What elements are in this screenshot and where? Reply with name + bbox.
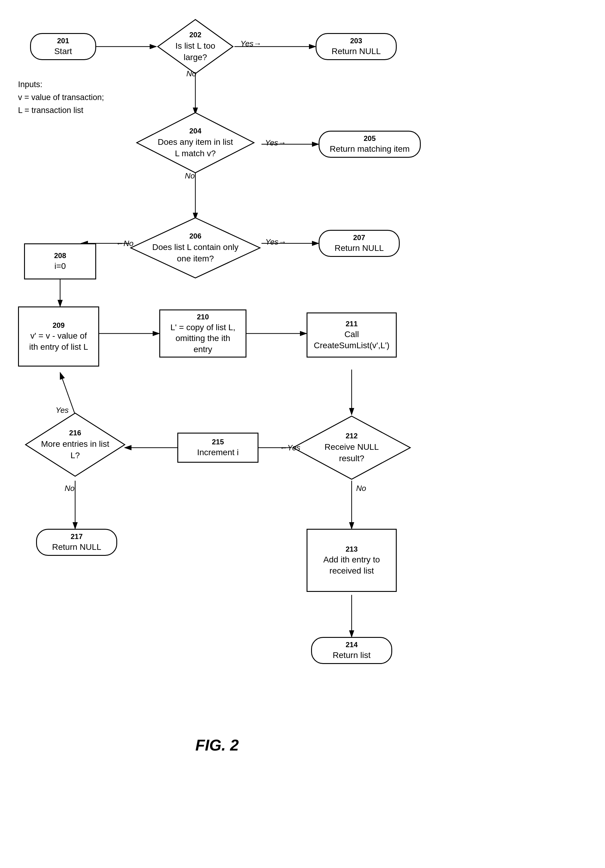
- arrow-label-212-yes: ←Yes: [279, 443, 300, 453]
- node-212: 212 Receive NULL result?: [292, 415, 412, 481]
- arrow-label-216-no: No: [65, 484, 74, 493]
- inputs-line1: v = value of transaction;: [18, 91, 104, 104]
- fig-label: FIG. 2: [195, 736, 239, 754]
- node-205: 205 Return matching item: [319, 131, 421, 158]
- inputs-block: Inputs: v = value of transaction; L = tr…: [18, 78, 104, 117]
- node-216: 216 More entries in list L?: [24, 412, 126, 478]
- inputs-title: Inputs:: [18, 78, 104, 91]
- node-201: 201 Start: [30, 33, 96, 60]
- node-204: 204 Does any item in list L match v?: [135, 111, 256, 174]
- node-213: 213 Add ith entry to received list: [307, 529, 397, 592]
- arrow-label-202-yes: Yes→: [240, 39, 261, 48]
- node-207: 207 Return NULL: [319, 230, 400, 257]
- inputs-line2: L = transaction list: [18, 104, 104, 117]
- arrow-label-216-yes: Yes: [56, 406, 68, 415]
- node-208: 208 i=0: [24, 243, 96, 279]
- node-209: 209 v' = v - value of ith entry of list …: [18, 307, 99, 367]
- arrow-label-212-no: No: [356, 484, 366, 493]
- arrow-label-204-no: No: [185, 171, 195, 181]
- node-203: 203 Return NULL: [316, 33, 397, 60]
- node-202: 202 Is list L too large?: [156, 18, 234, 75]
- node-215: 215 Increment i: [177, 432, 259, 463]
- arrow-label-206-yes: Yes→: [265, 237, 286, 246]
- node-214: 214 Return list: [311, 637, 392, 664]
- node-206: 206 Does list L contain only one item?: [129, 216, 262, 279]
- node-210: 210 L' = copy of list L, omitting the it…: [159, 310, 247, 358]
- diagram-container: 201 Start 202 Is list L too large? 203 R…: [0, 0, 605, 868]
- arrow-label-206-no: ←No: [116, 239, 133, 248]
- arrow-label-204-yes: Yes→: [265, 138, 286, 147]
- node-217: 217 Return NULL: [36, 529, 117, 556]
- node-211: 211 Call CreateSumList(v',L'): [307, 313, 397, 358]
- arrow-label-202-no: No: [186, 69, 196, 78]
